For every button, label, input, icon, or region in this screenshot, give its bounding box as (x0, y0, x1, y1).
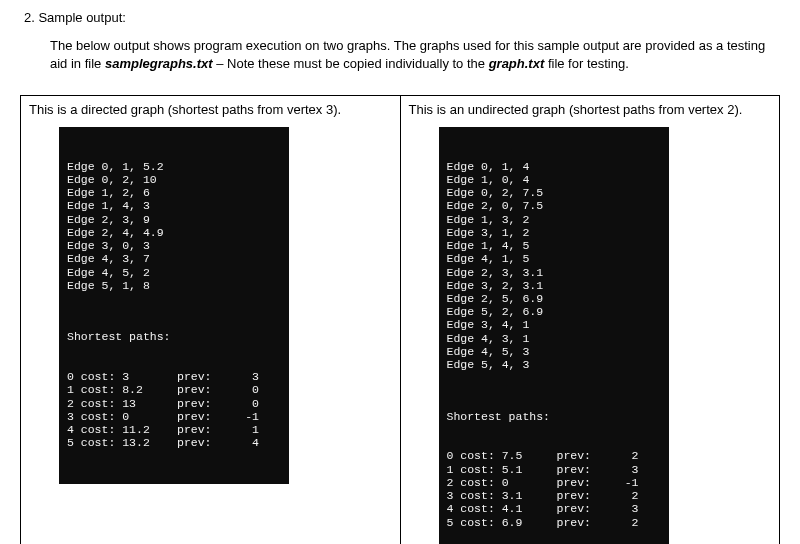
left-caption: This is a directed graph (shortest paths… (29, 102, 392, 117)
sp-prev-label: prev: (557, 502, 611, 515)
sp-prev-value: 2 (611, 516, 639, 529)
sp-cost: 1 cost: 8.2 (67, 383, 177, 396)
sp-row: 3 cost: 0prev:-1 (67, 410, 281, 423)
sp-cost: 0 cost: 7.5 (447, 449, 557, 462)
left-column: This is a directed graph (shortest paths… (21, 96, 401, 544)
sp-prev-label: prev: (177, 397, 231, 410)
sp-row: 1 cost: 8.2prev:0 (67, 383, 281, 396)
sp-cost: 2 cost: 13 (67, 397, 177, 410)
sp-prev-value: -1 (611, 476, 639, 489)
section-heading: 2. Sample output: (24, 10, 768, 25)
sp-row: 0 cost: 7.5prev:2 (447, 449, 661, 462)
sp-prev-value: 0 (231, 383, 259, 396)
left-terminal: Edge 0, 1, 5.2 Edge 0, 2, 10 Edge 1, 2, … (59, 127, 289, 483)
sp-prev-value: 4 (231, 436, 259, 449)
sp-cost: 3 cost: 0 (67, 410, 177, 423)
sp-prev-label: prev: (177, 436, 231, 449)
sp-prev-label: prev: (177, 370, 231, 383)
right-sp-list: 0 cost: 7.5prev:21 cost: 5.1prev:32 cost… (447, 449, 661, 528)
sp-prev-label: prev: (557, 463, 611, 476)
sp-cost: 3 cost: 3.1 (447, 489, 557, 502)
left-sp-title: Shortest paths: (67, 330, 281, 343)
sp-prev-value: 0 (231, 397, 259, 410)
intro-part2: – Note these must be copied individually… (213, 56, 489, 71)
sp-prev-value: -1 (231, 410, 259, 423)
sp-prev-value: 3 (231, 370, 259, 383)
sp-row: 5 cost: 13.2prev:4 (67, 436, 281, 449)
intro-file2: graph.txt (489, 56, 545, 71)
right-caption: This is an undirected graph (shortest pa… (409, 102, 772, 117)
left-edge-list: Edge 0, 1, 5.2 Edge 0, 2, 10 Edge 1, 2, … (67, 160, 281, 292)
sp-cost: 0 cost: 3 (67, 370, 177, 383)
sp-row: 2 cost: 0prev:-1 (447, 476, 661, 489)
sp-prev-value: 2 (611, 489, 639, 502)
sp-row: 2 cost: 13prev:0 (67, 397, 281, 410)
sp-row: 1 cost: 5.1prev:3 (447, 463, 661, 476)
sp-prev-label: prev: (177, 383, 231, 396)
sp-row: 4 cost: 11.2prev:1 (67, 423, 281, 436)
sp-prev-label: prev: (557, 489, 611, 502)
sp-cost: 4 cost: 4.1 (447, 502, 557, 515)
right-edge-list: Edge 0, 1, 4 Edge 1, 0, 4 Edge 0, 2, 7.5… (447, 160, 661, 372)
sp-row: 5 cost: 6.9prev:2 (447, 516, 661, 529)
sp-prev-value: 2 (611, 449, 639, 462)
left-sp-list: 0 cost: 3prev:31 cost: 8.2prev:02 cost: … (67, 370, 281, 449)
intro-file1: samplegraphs.txt (105, 56, 213, 71)
sp-row: 3 cost: 3.1prev:2 (447, 489, 661, 502)
sp-row: 0 cost: 3prev:3 (67, 370, 281, 383)
sp-cost: 5 cost: 6.9 (447, 516, 557, 529)
sp-prev-value: 3 (611, 502, 639, 515)
sp-cost: 2 cost: 0 (447, 476, 557, 489)
intro-part3: file for testing. (544, 56, 629, 71)
sp-prev-label: prev: (557, 516, 611, 529)
sp-prev-value: 1 (231, 423, 259, 436)
sp-cost: 4 cost: 11.2 (67, 423, 177, 436)
right-column: This is an undirected graph (shortest pa… (401, 96, 780, 544)
sp-prev-label: prev: (557, 476, 611, 489)
intro-paragraph: The below output shows program execution… (50, 37, 768, 73)
sp-prev-label: prev: (177, 423, 231, 436)
sp-row: 4 cost: 4.1prev:3 (447, 502, 661, 515)
sp-prev-label: prev: (557, 449, 611, 462)
sp-prev-value: 3 (611, 463, 639, 476)
right-terminal: Edge 0, 1, 4 Edge 1, 0, 4 Edge 0, 2, 7.5… (439, 127, 669, 544)
sp-cost: 1 cost: 5.1 (447, 463, 557, 476)
sp-prev-label: prev: (177, 410, 231, 423)
right-sp-title: Shortest paths: (447, 410, 661, 423)
sp-cost: 5 cost: 13.2 (67, 436, 177, 449)
output-comparison-table: This is a directed graph (shortest paths… (20, 95, 780, 544)
